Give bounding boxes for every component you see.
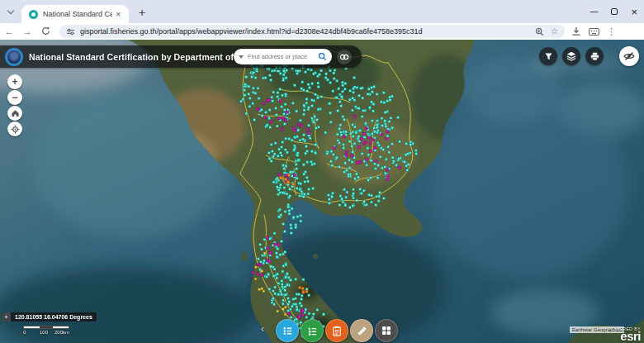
- grid-icon: [381, 326, 391, 336]
- home-icon: [11, 109, 20, 117]
- legend-list-icon: [282, 326, 293, 336]
- app-header: National Standard Certification by Depar…: [0, 45, 362, 68]
- tab-title: National Standard Certification: [43, 10, 112, 18]
- scale-bar: 0 100 200km: [23, 326, 69, 336]
- clipboard-icon: [332, 326, 342, 336]
- zoom-page-icon[interactable]: [535, 27, 544, 36]
- reload-button[interactable]: [36, 26, 54, 37]
- new-tab-button[interactable]: +: [135, 5, 149, 20]
- scale-bar-graphic: [23, 326, 69, 329]
- filter-funnel-icon: [544, 52, 553, 61]
- site-favicon: [29, 10, 38, 19]
- home-button[interactable]: [7, 106, 22, 121]
- esri-logo: Powered by esri: [608, 326, 641, 342]
- locate-crosshair-icon: [11, 125, 20, 134]
- window-close-button[interactable]: ×: [631, 7, 637, 17]
- layer-list-button[interactable]: [301, 319, 324, 342]
- toolbar-right-icons: ⋮: [571, 26, 616, 37]
- browser-toolbar: ← → gisportal.fisheries.go.th/portal/app…: [0, 23, 644, 40]
- browser-menu-kebab-icon[interactable]: ⋮: [607, 26, 616, 37]
- download-icon[interactable]: [571, 26, 581, 36]
- url-text[interactable]: gisportal.fisheries.go.th/portal/apps/we…: [80, 27, 535, 36]
- search-box[interactable]: [234, 49, 332, 64]
- address-bar[interactable]: gisportal.fisheries.go.th/portal/apps/we…: [59, 25, 565, 38]
- attribute-table-button[interactable]: [325, 319, 348, 342]
- my-location-button[interactable]: [7, 121, 22, 136]
- coordinate-value: 120.81055 16.04706 Degrees: [11, 312, 97, 322]
- tab-close-icon[interactable]: ×: [116, 10, 121, 19]
- powered-by-label: Powered by: [608, 326, 641, 331]
- widget-dock: [276, 319, 398, 342]
- scale-segment: [40, 326, 53, 328]
- search-source-caret-icon[interactable]: [239, 55, 244, 59]
- back-button[interactable]: ←: [0, 26, 18, 36]
- toggle-visibility-button[interactable]: [619, 46, 639, 66]
- zoom-out-button[interactable]: −: [7, 90, 22, 105]
- coordinate-readout: + 120.81055 16.04706 Degrees: [2, 312, 97, 322]
- zoom-in-button[interactable]: +: [7, 74, 22, 89]
- island-phuket: [241, 251, 248, 261]
- map-stage: National Standard Certification by Depar…: [0, 40, 644, 343]
- share-link-button[interactable]: [337, 50, 352, 64]
- layers-button[interactable]: [562, 47, 580, 65]
- printer-icon: [590, 52, 599, 61]
- scale-label: 200km: [54, 330, 69, 335]
- legend-button[interactable]: [276, 319, 299, 342]
- map-canvas[interactable]: [0, 40, 644, 343]
- window-maximize-button[interactable]: [611, 8, 618, 15]
- scale-segment: [24, 326, 40, 328]
- print-button[interactable]: [585, 47, 604, 65]
- island-samui: [313, 254, 318, 259]
- esri-wordmark: esri: [608, 331, 641, 342]
- basemap-gallery-button[interactable]: [375, 319, 398, 342]
- bookmark-star-icon[interactable]: ☆: [551, 27, 558, 36]
- scale-label: 100: [40, 330, 48, 335]
- eye-slash-icon: [623, 51, 635, 61]
- measurement-button[interactable]: [350, 319, 373, 342]
- link-icon: [339, 54, 349, 60]
- search-input[interactable]: [248, 53, 318, 60]
- search-magnifier-icon[interactable]: [318, 52, 327, 61]
- browser-tab[interactable]: National Standard Certification ×: [21, 5, 129, 23]
- dock-collapse-button[interactable]: ‹: [261, 323, 264, 335]
- layers-icon: [566, 51, 576, 61]
- island: [386, 80, 394, 85]
- tab-search-chevron-icon[interactable]: [5, 7, 18, 18]
- keyboard-icon[interactable]: [589, 27, 599, 36]
- scale-label: 0: [23, 330, 26, 335]
- omnibox-icons: ☆: [535, 27, 558, 36]
- window-controls: — ×: [590, 0, 637, 23]
- scale-segment: [53, 326, 69, 328]
- browser-window: National Standard Certification × + — × …: [0, 0, 644, 343]
- coordinate-crosshair-icon[interactable]: +: [2, 312, 11, 322]
- department-of-fisheries-logo: [5, 48, 23, 66]
- window-minimize-button[interactable]: —: [590, 7, 598, 16]
- filter-button[interactable]: [539, 47, 557, 65]
- forward-button[interactable]: →: [18, 26, 36, 36]
- ruler-icon: [357, 326, 367, 336]
- search-tune-icon: [66, 27, 75, 36]
- layer-list-icon: [307, 326, 318, 336]
- chevron-down-icon: [7, 7, 14, 14]
- tab-strip: National Standard Certification × + — ×: [0, 0, 644, 23]
- reload-icon: [41, 26, 50, 36]
